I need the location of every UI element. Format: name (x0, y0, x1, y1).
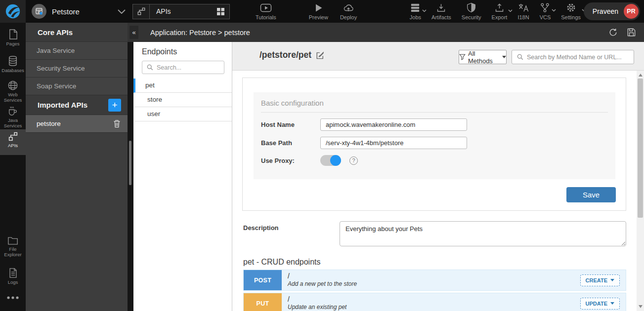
shield-icon (467, 2, 476, 13)
chevron-down-icon (552, 9, 556, 12)
i18n-button[interactable]: I18N (517, 3, 529, 20)
save-button[interactable]: Save (566, 187, 616, 202)
globe-icon (0, 80, 26, 91)
method-search[interactable] (512, 50, 634, 64)
endpoints-search-input[interactable] (157, 64, 224, 71)
base-path-row: Base Path (261, 137, 608, 149)
use-proxy-toggle[interactable] (320, 155, 341, 166)
method-badge-put: PUT (244, 293, 282, 311)
toggle-knob (330, 155, 341, 166)
crud-row-post[interactable]: POST / Add a new pet to the store CREATE (243, 270, 626, 291)
module-selector[interactable]: APIs (132, 4, 230, 19)
content-scrollbar[interactable] (637, 71, 644, 311)
user-menu[interactable]: Praveen PR (584, 2, 640, 20)
user-name: Praveen (593, 7, 618, 15)
coffee-icon (0, 106, 26, 117)
left-rail: Pages Databases Web Service (0, 23, 26, 311)
rail-item-databases[interactable]: Databases (0, 53, 26, 73)
item-label: Security Service (37, 65, 85, 72)
configuration-card: Basic configuration Host Name Base Path … (242, 78, 626, 211)
chevron-down-icon (610, 279, 614, 281)
sidebar-scrollbar-thumb[interactable] (129, 141, 131, 185)
export-button[interactable]: Export (492, 3, 508, 20)
save-icon[interactable] (627, 28, 636, 37)
security-button[interactable]: Security (462, 2, 481, 20)
deploy-button[interactable]: Deploy (340, 3, 357, 20)
create-action-button[interactable]: CREATE (580, 274, 620, 286)
rail-item-apis[interactable]: APIs (0, 129, 26, 155)
method-badge-post: POST (244, 270, 282, 290)
endpoint-item-store[interactable]: store (133, 93, 232, 107)
rail-label: Web Services (4, 92, 22, 103)
application-header: « Application: Petstore > petstore (128, 23, 644, 42)
crud-row-put[interactable]: PUT / Update an existing pet UPDATE (243, 293, 626, 311)
endpoint-item-pet[interactable]: pet (133, 78, 232, 93)
chevron-down-icon (422, 9, 427, 12)
description-textarea[interactable]: Everything about your Pets (340, 221, 626, 246)
header-actions (608, 28, 636, 37)
project-selector[interactable]: Petstore (32, 4, 132, 19)
core-apis-header: Core APIs (26, 23, 128, 42)
jobs-button[interactable]: Jobs (410, 3, 421, 20)
grid-icon[interactable] (216, 7, 225, 16)
update-action-button[interactable]: UPDATE (580, 298, 620, 310)
endpoint-detail-content: Basic configuration Host Name Base Path … (232, 71, 637, 311)
imported-apis-title: Imported APIs (38, 101, 87, 109)
rail-label: File Explorer (4, 246, 21, 257)
avatar: PR (624, 4, 639, 19)
settings-button[interactable]: Settings (561, 2, 581, 20)
collapse-sidebar-button[interactable]: « (129, 26, 138, 39)
preview-button[interactable]: Preview (309, 3, 328, 20)
sidebar-item-soap-service[interactable]: Soap Service (26, 78, 128, 95)
vcs-button[interactable]: VCS (540, 2, 551, 20)
basic-configuration-panel: Basic configuration Host Name Base Path … (254, 92, 615, 179)
sidebar-scrollbar[interactable] (128, 42, 133, 311)
add-api-button[interactable]: + (108, 99, 121, 112)
trash-icon[interactable] (113, 119, 121, 128)
wavemaker-studio: Petstore APIs (0, 0, 644, 311)
chevron-down-icon (508, 9, 513, 12)
endpoint-path-title: /petstore/pet (259, 50, 325, 60)
artifacts-button[interactable]: Artifacts (431, 3, 451, 20)
rail-item-more[interactable] (0, 294, 26, 301)
sidebar-item-petstore[interactable]: petstore (26, 115, 128, 133)
tutorials-button[interactable]: Tutorials (256, 3, 276, 20)
rail-item-web-services[interactable]: Web Services (0, 78, 26, 103)
chevron-down-icon (610, 302, 614, 305)
basic-configuration-title: Basic configuration (261, 92, 608, 113)
upload-icon (494, 3, 505, 13)
refresh-icon[interactable] (608, 28, 618, 37)
item-label: petstore (37, 120, 61, 127)
api-node-icon (0, 131, 26, 142)
base-path-label: Base Path (261, 139, 320, 147)
rail-item-file-explorer[interactable]: File Explorer (0, 234, 26, 258)
database-icon (0, 55, 26, 67)
action-label: UPDATE (586, 301, 607, 307)
crud-row-body: / Update an existing pet (282, 293, 580, 311)
endpoints-panel: Endpoints pet store user (133, 42, 232, 311)
edit-icon[interactable] (316, 51, 325, 60)
rail-item-java-services[interactable]: Java Services (0, 104, 26, 129)
host-name-input[interactable] (320, 118, 467, 131)
brand-logo[interactable] (0, 0, 26, 23)
rail-item-pages[interactable]: Pages (0, 27, 26, 46)
help-icon[interactable]: ? (349, 156, 358, 165)
endpoints-search[interactable] (142, 61, 224, 74)
endpoint-item-user[interactable]: user (133, 107, 232, 121)
method-search-input[interactable] (527, 54, 634, 61)
api-sidebar: Core APIs Java Service Security Service … (26, 23, 128, 311)
sidebar-item-security-service[interactable]: Security Service (26, 60, 128, 78)
sidebar-item-java-service[interactable]: Java Service (26, 42, 128, 60)
rail-label: Databases (1, 68, 24, 73)
cloud-upload-icon (343, 3, 354, 13)
youtube-icon (260, 3, 272, 13)
scroll-up-arrow[interactable] (639, 74, 643, 77)
rail-item-logs[interactable]: Logs (0, 266, 26, 285)
methods-filter-select[interactable]: All Methods (459, 50, 507, 64)
scroll-down-arrow[interactable] (639, 305, 643, 308)
scrollbar-thumb[interactable] (638, 78, 643, 218)
base-path-input[interactable] (320, 137, 467, 149)
download-icon (436, 3, 446, 13)
path-text: /petstore/pet (259, 50, 311, 60)
module-label: APIs (156, 7, 171, 15)
